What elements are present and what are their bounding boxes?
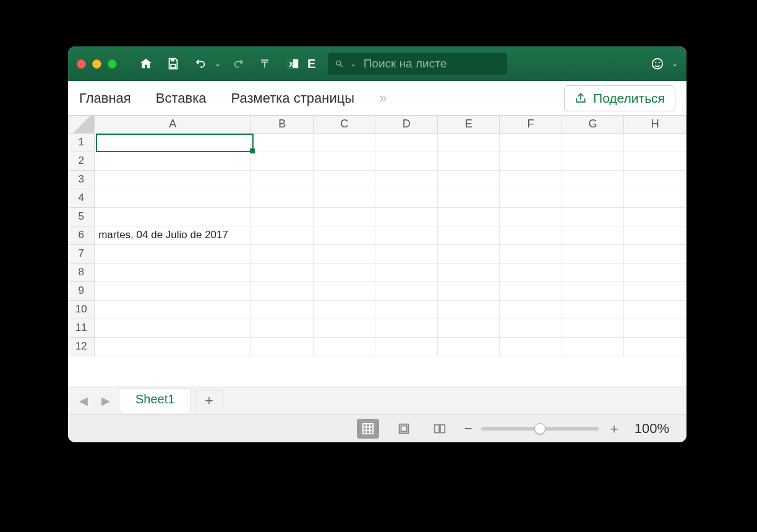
share-button[interactable]: Поделиться <box>564 85 675 111</box>
cell-G7[interactable] <box>562 244 624 263</box>
view-normal-button[interactable] <box>357 419 379 439</box>
cell-H11[interactable] <box>624 319 686 337</box>
cell-C10[interactable] <box>313 300 375 319</box>
row-header-8[interactable]: 8 <box>69 263 95 281</box>
cell-H2[interactable] <box>624 152 686 170</box>
cell-B4[interactable] <box>251 189 313 207</box>
cell-A10[interactable] <box>95 300 251 319</box>
row-header-11[interactable]: 11 <box>69 319 95 337</box>
cell-D7[interactable] <box>375 244 438 263</box>
minimize-window-button[interactable] <box>92 59 101 69</box>
cell-E7[interactable] <box>437 244 499 263</box>
cell-A11[interactable] <box>95 319 251 337</box>
cell-F7[interactable] <box>500 244 562 263</box>
cell-G6[interactable] <box>562 226 624 244</box>
cell-B12[interactable] <box>251 337 313 356</box>
cell-B11[interactable] <box>251 319 313 337</box>
cell-F3[interactable] <box>500 170 562 189</box>
col-header-F[interactable]: F <box>500 116 562 133</box>
cell-F10[interactable] <box>500 300 562 319</box>
feedback-dropdown-icon[interactable]: ⌄ <box>672 59 678 68</box>
undo-icon[interactable] <box>191 54 210 74</box>
row-header-7[interactable]: 7 <box>69 244 95 263</box>
cell-C11[interactable] <box>313 319 375 337</box>
sheet-nav-prev-icon[interactable]: ◀ <box>74 394 93 408</box>
zoom-out-button[interactable]: − <box>464 421 473 437</box>
cell-E3[interactable] <box>437 170 499 189</box>
col-header-C[interactable]: C <box>313 116 375 133</box>
cell-B10[interactable] <box>251 300 313 319</box>
smiley-feedback-icon[interactable] <box>648 54 667 74</box>
cell-D6[interactable] <box>375 226 438 244</box>
cell-E6[interactable] <box>437 226 499 244</box>
cell-G3[interactable] <box>562 170 624 189</box>
cell-H8[interactable] <box>624 263 686 281</box>
add-sheet-button[interactable]: ＋ <box>195 390 223 411</box>
row-header-2[interactable]: 2 <box>69 152 95 170</box>
cell-C1[interactable] <box>313 133 375 152</box>
cell-D2[interactable] <box>375 152 438 170</box>
cell-F12[interactable] <box>500 337 562 356</box>
tabs-overflow-icon[interactable]: » <box>379 90 385 106</box>
cell-G11[interactable] <box>562 319 624 337</box>
cell-A6[interactable]: martes, 04 de Julio de 2017 <box>95 226 251 244</box>
qat-customize-icon[interactable]: 〒 <box>257 54 275 74</box>
cell-B7[interactable] <box>251 244 313 263</box>
undo-dropdown-icon[interactable]: ⌄ <box>215 59 221 68</box>
cell-G1[interactable] <box>562 133 624 152</box>
search-box[interactable]: ⌄ <box>328 53 507 75</box>
row-header-12[interactable]: 12 <box>69 337 95 356</box>
cell-A3[interactable] <box>95 170 251 189</box>
col-header-A[interactable]: A <box>95 116 251 133</box>
cell-C3[interactable] <box>313 170 375 189</box>
cell-H5[interactable] <box>624 207 686 226</box>
tab-home[interactable]: Главная <box>79 90 131 106</box>
cell-H4[interactable] <box>624 189 686 207</box>
search-dropdown-icon[interactable]: ⌄ <box>350 59 356 68</box>
cell-F11[interactable] <box>500 319 562 337</box>
redo-icon[interactable] <box>229 54 248 74</box>
cell-B9[interactable] <box>251 281 313 300</box>
tab-page-layout[interactable]: Разметка страницы <box>231 90 355 106</box>
cell-H6[interactable] <box>624 226 686 244</box>
sheet-nav-next-icon[interactable]: ▶ <box>96 394 115 408</box>
cell-H3[interactable] <box>624 170 686 189</box>
cell-H7[interactable] <box>624 244 686 263</box>
cell-G5[interactable] <box>562 207 624 226</box>
cell-E2[interactable] <box>437 152 499 170</box>
cell-F1[interactable] <box>500 133 562 152</box>
cell-A1[interactable] <box>95 133 251 152</box>
cell-H1[interactable] <box>624 133 686 152</box>
cell-A5[interactable] <box>95 207 251 226</box>
row-header-5[interactable]: 5 <box>69 207 95 226</box>
col-header-B[interactable]: B <box>251 116 313 133</box>
zoom-in-button[interactable]: ＋ <box>607 419 621 438</box>
row-header-6[interactable]: 6 <box>69 226 95 244</box>
cell-G8[interactable] <box>562 263 624 281</box>
cell-F2[interactable] <box>500 152 562 170</box>
col-header-E[interactable]: E <box>437 116 499 133</box>
cell-F8[interactable] <box>500 263 562 281</box>
select-all-corner[interactable] <box>69 116 95 133</box>
cell-E1[interactable] <box>437 133 499 152</box>
cell-E10[interactable] <box>437 300 499 319</box>
cell-F5[interactable] <box>500 207 562 226</box>
cell-D10[interactable] <box>375 300 438 319</box>
cell-C9[interactable] <box>313 281 375 300</box>
cell-D5[interactable] <box>375 207 438 226</box>
cell-E9[interactable] <box>437 281 499 300</box>
cell-E11[interactable] <box>437 319 499 337</box>
cell-B3[interactable] <box>251 170 313 189</box>
cell-B8[interactable] <box>251 263 313 281</box>
cell-E12[interactable] <box>437 337 499 356</box>
col-header-G[interactable]: G <box>562 116 624 133</box>
sheet-tab-active[interactable]: Sheet1 <box>119 388 191 413</box>
cell-E8[interactable] <box>437 263 499 281</box>
cell-C2[interactable] <box>313 152 375 170</box>
cell-G12[interactable] <box>562 337 624 356</box>
cell-B5[interactable] <box>251 207 313 226</box>
worksheet-grid[interactable]: A B C D E F G H 123456martes, 04 de Juli… <box>68 116 686 387</box>
cell-D1[interactable] <box>375 133 438 152</box>
cell-F9[interactable] <box>500 281 562 300</box>
cell-B2[interactable] <box>251 152 313 170</box>
